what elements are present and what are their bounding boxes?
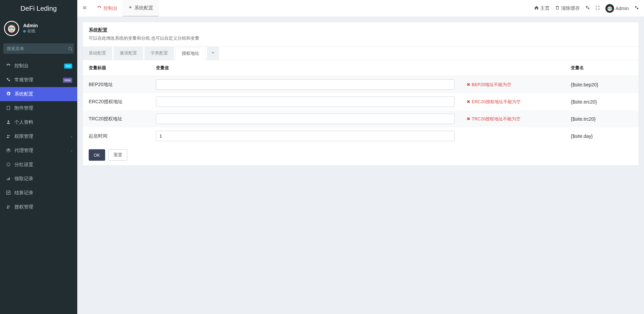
svg-rect-30: [608, 8, 612, 9]
row-error: ✖TRC20授权地址不能为空: [467, 116, 559, 122]
svg-point-23: [9, 205, 10, 206]
row-input-bep20[interactable]: [156, 79, 455, 90]
form-actions: OK 重置: [83, 145, 639, 165]
sidebar-item-label: 常规管理: [14, 77, 63, 83]
user-circle-icon: [5, 148, 12, 154]
panel-head: 系统配置 可以在此增改系统的变量和分组,也可以自定义分组和变量: [83, 22, 639, 47]
sidebar-item-permission[interactable]: 权限管理 ‹: [0, 129, 77, 144]
fullscreen-button[interactable]: [595, 5, 600, 11]
hamburger-icon[interactable]: [77, 5, 92, 11]
ptab-auth-addr[interactable]: 授权地址: [175, 47, 206, 60]
sidebar-item-auth[interactable]: 授权管理: [0, 200, 77, 214]
row-name: {$site.erc20}: [565, 93, 639, 110]
row-title: BEP20地址: [83, 76, 150, 93]
reset-button[interactable]: 重置: [109, 149, 127, 161]
sidebar-item-label: 权限管理: [14, 133, 71, 140]
error-icon: ✖: [467, 99, 470, 104]
badge-new: new: [63, 78, 72, 83]
svg-point-13: [7, 134, 9, 136]
circle-icon: [5, 162, 12, 168]
row-name: {$site.trc20}: [565, 110, 639, 127]
gears-icon: [634, 5, 639, 11]
user-menu-label: Admin: [615, 6, 629, 11]
th-name: 变量名: [565, 60, 639, 76]
user-status: 在线: [23, 28, 38, 34]
bars-icon: [5, 176, 12, 182]
sidebar-item-console[interactable]: 控制台 hot: [0, 59, 77, 73]
sidebar-item-claim[interactable]: 领取记录: [0, 172, 77, 186]
expand-icon: [595, 5, 600, 11]
ptab-basic[interactable]: 基础配置: [83, 47, 112, 60]
avatar-small: [605, 4, 614, 13]
sidebar-menu: 控制台 hot 常规管理 new 系统配置 附件管理 个人资料: [0, 59, 77, 214]
row-input-erc20[interactable]: [156, 96, 455, 107]
dashboard-icon: [5, 63, 12, 69]
avatar[interactable]: [4, 21, 19, 36]
svg-rect-6: [9, 27, 14, 29]
row-input-trc20[interactable]: [156, 114, 455, 124]
svg-point-14: [9, 135, 10, 136]
sidebar-item-label: 附件管理: [14, 105, 72, 111]
dashboard-icon: [97, 5, 102, 11]
row-title: TRC20授权地址: [83, 110, 150, 127]
ptab-dict[interactable]: 字典配置: [144, 47, 174, 60]
chevron-left-icon: ‹: [71, 149, 72, 153]
chart-icon: [5, 190, 12, 196]
sidebar-item-system-config[interactable]: 系统配置: [0, 87, 77, 101]
ptab-add[interactable]: +: [207, 47, 219, 60]
sidebar-item-settle[interactable]: 结算记录: [0, 186, 77, 200]
language-icon: [585, 5, 590, 11]
sidebar-item-general[interactable]: 常规管理 new: [0, 73, 77, 87]
th-value: 变量值: [150, 60, 461, 76]
app-logo[interactable]: DeFi Leding: [0, 0, 77, 17]
row-title: ERC20授权地址: [83, 93, 150, 110]
gears-icon: [5, 77, 12, 83]
search-input[interactable]: [3, 43, 67, 54]
sidebar-item-profile[interactable]: 个人资料: [0, 115, 77, 129]
sidebar-item-label: 结算记录: [14, 190, 72, 196]
svg-point-9: [7, 78, 8, 80]
tab-console[interactable]: 控制台: [92, 0, 123, 16]
sidebar-search: [3, 43, 74, 54]
svg-point-12: [8, 120, 9, 122]
svg-point-10: [8, 80, 10, 81]
user-menu[interactable]: Admin: [605, 4, 629, 13]
row-name: {$site.day}: [565, 127, 639, 145]
sidebar-item-label: 个人资料: [14, 119, 72, 125]
gear-icon: [5, 91, 12, 97]
sidebar-item-label: 系统配置: [14, 91, 72, 97]
sidebar-item-label: 授权管理: [14, 204, 72, 210]
sidebar-item-attachment[interactable]: 附件管理: [0, 101, 77, 115]
sidebar: DeFi Leding Admin 在线 控制台 hot: [0, 0, 77, 314]
panel-title: 系统配置: [89, 27, 633, 33]
language-button[interactable]: [585, 5, 590, 11]
ok-button[interactable]: OK: [89, 149, 105, 161]
svg-rect-18: [7, 179, 7, 180]
row-error: ✖ERC20授权地址不能为空: [467, 99, 559, 105]
user-icon: [5, 120, 12, 125]
svg-point-31: [635, 6, 637, 8]
search-icon[interactable]: [67, 43, 74, 54]
home-label: 主页: [540, 5, 550, 11]
badge-hot: hot: [64, 64, 72, 69]
user-name: Admin: [23, 23, 38, 28]
home-button[interactable]: 主页: [534, 5, 550, 11]
th-title: 变量标题: [83, 60, 150, 76]
svg-rect-19: [8, 178, 9, 180]
svg-point-3: [8, 25, 15, 33]
clear-label: 清除缓存: [561, 5, 580, 11]
settings-button[interactable]: [634, 5, 639, 11]
tab-system-config[interactable]: 系统配置: [123, 0, 159, 16]
row-name: {$site.bep20}: [565, 76, 639, 93]
svg-line-8: [71, 49, 72, 50]
sidebar-item-dividend[interactable]: 分红设置: [0, 158, 77, 172]
tab-label: 控制台: [103, 5, 118, 11]
sidebar-item-label: 控制台: [14, 63, 64, 69]
row-input-day[interactable]: [156, 131, 455, 141]
sidebar-item-agent[interactable]: 代理管理 ‹: [0, 144, 77, 158]
ptab-invite[interactable]: 邀请配置: [114, 47, 143, 60]
panel-desc: 可以在此增改系统的变量和分组,也可以自定义分组和变量: [89, 35, 633, 41]
svg-rect-11: [7, 106, 10, 110]
clear-cache-button[interactable]: 清除缓存: [555, 5, 580, 11]
topbar: 控制台 系统配置 主页 清除缓存: [77, 0, 644, 17]
